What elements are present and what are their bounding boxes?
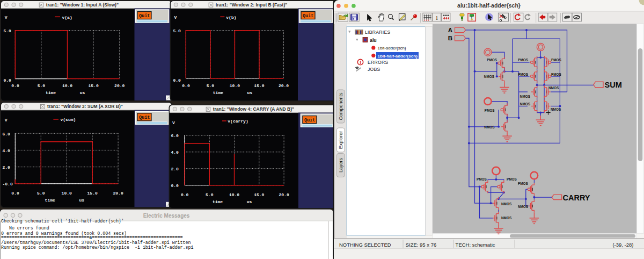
svg-text:V: V xyxy=(5,118,8,123)
svg-text:5.0: 5.0 xyxy=(173,28,181,33)
svg-text:NMOS: NMOS xyxy=(484,125,495,129)
svg-text:0.0: 0.0 xyxy=(171,183,179,188)
svg-text:V: V xyxy=(174,15,177,20)
svg-text:us: us xyxy=(79,198,84,203)
svg-text:10.0: 10.0 xyxy=(229,192,239,197)
svg-text:NMOS: NMOS xyxy=(501,216,512,220)
svg-text:v(b): v(b) xyxy=(226,15,236,20)
svg-text:Quit: Quit xyxy=(139,13,150,19)
svg-text:20.0: 20.0 xyxy=(279,192,289,197)
svg-text:A: A xyxy=(448,27,452,33)
svg-text:4.0: 4.0 xyxy=(3,148,11,153)
svg-text:time: time xyxy=(46,90,56,95)
svg-text:v(carry): v(carry) xyxy=(228,119,248,124)
svg-text:Electric Messages: Electric Messages xyxy=(143,213,190,219)
svg-text:PMOS: PMOS xyxy=(518,182,529,185)
svg-text:NOTHING SELECTED: NOTHING SELECTED xyxy=(339,242,391,248)
svg-text:tran1: "Window 3: SUM (A XOR B: tran1: "Window 3: SUM (A XOR B)" xyxy=(47,104,123,109)
svg-text:SUM: SUM xyxy=(605,81,622,89)
svg-text:2.0: 2.0 xyxy=(3,165,11,170)
svg-text:us: us xyxy=(247,90,253,95)
svg-text:1: 1 xyxy=(435,15,438,21)
svg-text:PMOS: PMOS xyxy=(518,58,529,62)
svg-text:PMOS: PMOS xyxy=(485,109,495,112)
svg-text:15.0: 15.0 xyxy=(88,83,98,88)
svg-text:v(sum): v(sum) xyxy=(61,117,76,122)
svg-text:TECH: schematic: TECH: schematic xyxy=(456,242,495,248)
svg-text:V: V xyxy=(5,15,8,20)
svg-text:PMOS: PMOS xyxy=(477,177,487,181)
svg-text:-0.0: -0.0 xyxy=(3,182,13,186)
svg-text:PMOS: PMOS xyxy=(507,177,517,181)
svg-text:5.0: 5.0 xyxy=(37,191,45,196)
svg-text:NMOS: NMOS xyxy=(520,102,531,106)
svg-text:1bit-adder{sch}: 1bit-adder{sch} xyxy=(378,46,406,51)
svg-text:us: us xyxy=(247,199,252,204)
svg-text:(-39, -28): (-39, -28) xyxy=(612,242,633,248)
svg-text:0.0: 0.0 xyxy=(11,83,19,88)
svg-text:5.0: 5.0 xyxy=(207,83,215,88)
svg-text:10.0: 10.0 xyxy=(62,83,72,88)
svg-text:0.0: 0.0 xyxy=(173,78,181,83)
svg-text:6.0: 6.0 xyxy=(3,132,11,136)
svg-text:15.0: 15.0 xyxy=(254,192,264,197)
svg-text:10.0: 10.0 xyxy=(62,191,72,196)
svg-text:Quit: Quit xyxy=(304,118,315,123)
svg-text:6.0: 6.0 xyxy=(171,133,179,138)
svg-text:Layers: Layers xyxy=(338,157,343,172)
svg-text:NMOS: NMOS xyxy=(518,205,529,208)
svg-text:alu: alu xyxy=(370,38,377,43)
svg-text:tran1: "Window 1: Input A (Slo: tran1: "Window 1: Input A (Slow)" xyxy=(46,2,119,8)
svg-text:NMOS: NMOS xyxy=(551,107,561,111)
svg-text:20.0: 20.0 xyxy=(114,83,125,88)
svg-text:ERRORS: ERRORS xyxy=(368,60,389,65)
svg-text:0.0: 0.0 xyxy=(182,83,190,88)
svg-text:Quit: Quit xyxy=(139,115,150,120)
svg-text:No errors found: No errors found xyxy=(1,226,49,231)
svg-text:15.0: 15.0 xyxy=(254,83,264,88)
svg-text:0.0: 0.0 xyxy=(4,78,12,83)
svg-text:10.0: 10.0 xyxy=(230,83,240,88)
svg-text:1bit-half-adder{sch}: 1bit-half-adder{sch} xyxy=(378,54,418,59)
svg-text:NMOS: NMOS xyxy=(501,202,512,206)
svg-text:us: us xyxy=(80,90,85,95)
svg-text:Components: Components xyxy=(338,92,343,120)
svg-text:alu:1bit-half-adder{sch}: alu:1bit-half-adder{sch} xyxy=(457,2,521,9)
svg-text:PMOS: PMOS xyxy=(487,58,497,62)
svg-text:5.0: 5.0 xyxy=(206,192,214,197)
svg-text:tran1: "Window 2: Input B (Fas: tran1: "Window 2: Input B (Fast)" xyxy=(216,2,288,8)
svg-text:!: ! xyxy=(360,59,361,65)
svg-text:Checking schematic cell '1bit-: Checking schematic cell '1bit-half-adder… xyxy=(1,219,124,224)
svg-text:20.0: 20.0 xyxy=(279,83,289,88)
svg-text:NMOS: NMOS xyxy=(484,75,495,78)
svg-text:PMOS: PMOS xyxy=(518,73,529,76)
svg-text:Explorer: Explorer xyxy=(338,131,343,149)
svg-text:5.0: 5.0 xyxy=(4,28,12,33)
svg-text:NMOS: NMOS xyxy=(520,95,531,98)
svg-text:SIZE: 95 x 76: SIZE: 95 x 76 xyxy=(406,242,437,248)
svg-text:V: V xyxy=(172,120,175,125)
svg-text:Running spice command: /opt/ho: Running spice command: /opt/homebrew/bin… xyxy=(1,245,194,250)
svg-text:20.0: 20.0 xyxy=(113,191,123,196)
svg-text:4.0: 4.0 xyxy=(171,150,179,155)
svg-text:LIBRARIES: LIBRARIES xyxy=(365,30,391,35)
svg-text:tran1: "Window 4: CARRY (A AND: tran1: "Window 4: CARRY (A AND B)" xyxy=(213,106,294,112)
svg-text:PMOS: PMOS xyxy=(551,73,562,76)
svg-text:v(a): v(a) xyxy=(62,15,72,20)
svg-text:/Users/tmarhguy/Documents/ESE: /Users/tmarhguy/Documents/ESE 3700/Elect… xyxy=(1,240,191,245)
svg-text:JOBS: JOBS xyxy=(368,67,380,72)
svg-text:2.0: 2.0 xyxy=(171,167,179,171)
svg-text:0.0: 0.0 xyxy=(181,192,189,197)
svg-text:CARRY: CARRY xyxy=(563,193,590,202)
svg-text:time: time xyxy=(213,90,223,95)
svg-text:B: B xyxy=(448,35,452,41)
svg-text:15.0: 15.0 xyxy=(87,191,98,196)
svg-text:time: time xyxy=(45,198,55,203)
svg-text:PMOS: PMOS xyxy=(551,58,562,62)
svg-text:0.0: 0.0 xyxy=(11,191,19,196)
svg-text:time: time xyxy=(213,199,223,204)
svg-text:5.0: 5.0 xyxy=(38,83,46,88)
svg-text:Quit: Quit xyxy=(303,13,313,19)
svg-text:NMOS: NMOS xyxy=(548,86,559,90)
